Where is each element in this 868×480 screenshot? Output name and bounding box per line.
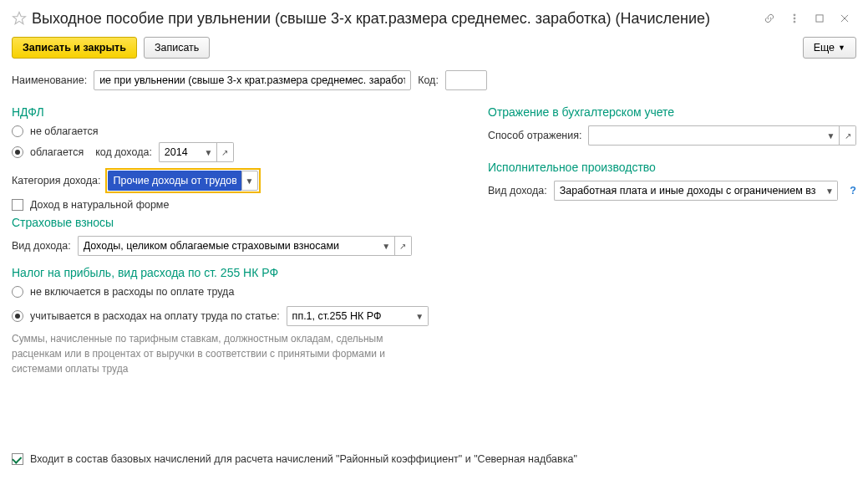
reflection-method-input[interactable] bbox=[588, 125, 823, 146]
income-category-input[interactable] bbox=[108, 171, 241, 191]
profit-tax-section-title: Налог на прибыль, вид расхода по ст. 255… bbox=[12, 266, 463, 279]
open-ref-icon[interactable]: ↗ bbox=[840, 125, 856, 146]
chevron-down-icon[interactable]: ▼ bbox=[821, 181, 838, 201]
svg-rect-4 bbox=[816, 15, 823, 22]
link-icon[interactable] bbox=[758, 8, 781, 28]
name-code-row: Наименование: Код: bbox=[12, 70, 856, 90]
svg-marker-0 bbox=[13, 13, 26, 24]
window-title: Выходное пособие при увльнении (свыше 3-… bbox=[32, 10, 710, 28]
svg-point-1 bbox=[794, 14, 795, 16]
income-code-input[interactable] bbox=[159, 142, 201, 162]
income-category-combo[interactable]: ▼ bbox=[108, 171, 258, 191]
profit-included-radio[interactable] bbox=[12, 310, 23, 322]
open-ref-icon[interactable]: ↗ bbox=[217, 142, 234, 162]
insurance-section-title: Страховые взносы bbox=[12, 216, 463, 229]
profit-article-input[interactable] bbox=[287, 306, 412, 326]
profit-article-note: Суммы, начисленные по тарифным ставкам, … bbox=[12, 331, 396, 376]
code-input[interactable] bbox=[445, 70, 487, 90]
more-button-label: Еще bbox=[814, 42, 835, 54]
chevron-down-icon: ▼ bbox=[838, 43, 845, 52]
toolbar: Записать и закрыть Записать Еще ▼ bbox=[12, 37, 856, 59]
reflection-method-label: Способ отражения: bbox=[488, 130, 581, 141]
profit-included-label: учитывается в расходах на оплату труда п… bbox=[30, 310, 280, 322]
enforcement-kind-combo[interactable]: ▼ bbox=[554, 181, 839, 201]
ndfl-not-taxed-radio[interactable] bbox=[12, 125, 23, 137]
favorite-star-icon[interactable] bbox=[12, 11, 27, 26]
accounting-section-title: Отражение в бухгалтерском учете bbox=[488, 105, 856, 119]
chevron-down-icon[interactable]: ▼ bbox=[201, 142, 217, 162]
help-icon[interactable]: ? bbox=[850, 185, 856, 197]
name-input[interactable] bbox=[94, 70, 411, 90]
code-label: Код: bbox=[418, 74, 439, 86]
ndfl-taxed-label: облагается bbox=[30, 146, 84, 158]
chevron-down-icon[interactable]: ▼ bbox=[412, 306, 429, 326]
maximize-icon[interactable] bbox=[808, 8, 831, 28]
income-code-label: код дохода: bbox=[95, 146, 152, 158]
window-titlebar: Выходное пособие при увльнении (свыше 3-… bbox=[12, 8, 856, 28]
natural-income-checkbox[interactable] bbox=[12, 199, 23, 211]
chevron-down-icon[interactable]: ▼ bbox=[241, 171, 258, 191]
ndfl-not-taxed-label: не облагается bbox=[30, 125, 99, 137]
profit-not-included-radio[interactable] bbox=[12, 286, 23, 298]
close-icon[interactable] bbox=[833, 8, 856, 28]
chevron-down-icon[interactable]: ▼ bbox=[378, 236, 395, 256]
income-code-combo[interactable]: ▼ ↗ bbox=[159, 142, 234, 162]
enforcement-kind-label: Вид дохода: bbox=[488, 185, 547, 197]
insurance-kind-label: Вид дохода: bbox=[12, 240, 71, 252]
name-label: Наименование: bbox=[12, 74, 87, 86]
profit-not-included-label: не включается в расходы по оплате труда bbox=[30, 286, 234, 298]
reflection-method-combo[interactable]: ▼ ↗ bbox=[588, 125, 856, 146]
natural-income-label: Доход в натуральной форме bbox=[30, 199, 169, 211]
open-ref-icon[interactable]: ↗ bbox=[395, 236, 412, 256]
chevron-down-icon[interactable]: ▼ bbox=[823, 125, 840, 146]
save-button[interactable]: Записать bbox=[144, 37, 210, 59]
enforcement-section-title: Исполнительное производство bbox=[488, 161, 856, 174]
svg-point-3 bbox=[794, 21, 795, 23]
more-button[interactable]: Еще ▼ bbox=[803, 37, 856, 59]
svg-point-2 bbox=[794, 18, 795, 19]
income-category-label: Категория дохода: bbox=[12, 175, 101, 186]
insurance-kind-combo[interactable]: ▼ ↗ bbox=[78, 236, 412, 256]
kebab-menu-icon[interactable] bbox=[783, 8, 806, 28]
ndfl-taxed-radio[interactable] bbox=[12, 146, 23, 158]
enforcement-kind-input[interactable] bbox=[554, 181, 822, 201]
ndfl-section-title: НДФЛ bbox=[12, 105, 463, 119]
save-and-close-button[interactable]: Записать и закрыть bbox=[12, 37, 137, 59]
insurance-kind-input[interactable] bbox=[78, 236, 378, 256]
profit-article-combo[interactable]: ▼ bbox=[287, 306, 429, 326]
